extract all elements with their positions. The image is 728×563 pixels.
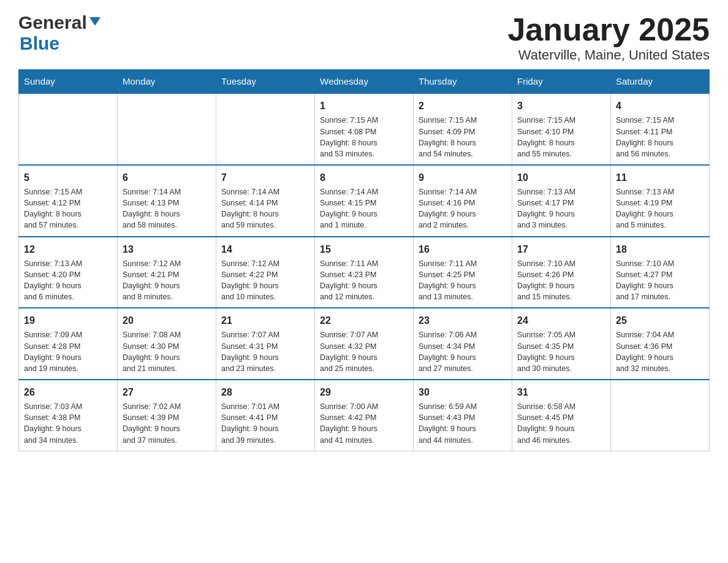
day-number: 28 <box>221 385 309 399</box>
day-number: 13 <box>123 242 211 256</box>
calendar-cell: 4Sunrise: 7:15 AMSunset: 4:11 PMDaylight… <box>611 93 710 165</box>
day-info: Sunrise: 7:09 AMSunset: 4:28 PMDaylight:… <box>24 329 112 374</box>
day-number: 16 <box>419 242 507 256</box>
day-number: 14 <box>221 242 309 256</box>
day-info: Sunrise: 7:05 AMSunset: 4:35 PMDaylight:… <box>517 329 605 374</box>
day-number: 3 <box>517 99 605 113</box>
logo-blue-text: Blue <box>20 33 59 53</box>
calendar-cell: 5Sunrise: 7:15 AMSunset: 4:12 PMDaylight… <box>19 165 118 237</box>
logo-general-text: General <box>18 12 87 33</box>
calendar-cell: 2Sunrise: 7:15 AMSunset: 4:09 PMDaylight… <box>414 93 512 165</box>
calendar-week-5: 26Sunrise: 7:03 AMSunset: 4:38 PMDayligh… <box>19 380 710 451</box>
day-header-friday: Friday <box>512 70 611 94</box>
calendar-week-2: 5Sunrise: 7:15 AMSunset: 4:12 PMDaylight… <box>19 165 710 237</box>
calendar-cell: 20Sunrise: 7:08 AMSunset: 4:30 PMDayligh… <box>118 308 216 380</box>
day-header-monday: Monday <box>118 70 216 94</box>
calendar-cell: 26Sunrise: 7:03 AMSunset: 4:38 PMDayligh… <box>19 380 118 451</box>
calendar-table: SundayMondayTuesdayWednesdayThursdayFrid… <box>18 69 710 451</box>
day-info: Sunrise: 7:12 AMSunset: 4:21 PMDaylight:… <box>123 258 211 303</box>
day-info: Sunrise: 7:01 AMSunset: 4:41 PMDaylight:… <box>221 401 309 446</box>
day-info: Sunrise: 7:10 AMSunset: 4:27 PMDaylight:… <box>616 258 704 303</box>
day-number: 2 <box>419 99 507 113</box>
day-info: Sunrise: 7:12 AMSunset: 4:22 PMDaylight:… <box>221 258 309 303</box>
day-info: Sunrise: 7:06 AMSunset: 4:34 PMDaylight:… <box>419 329 507 374</box>
day-number: 21 <box>221 313 309 327</box>
calendar-cell: 27Sunrise: 7:02 AMSunset: 4:39 PMDayligh… <box>118 380 216 451</box>
day-info: Sunrise: 7:03 AMSunset: 4:38 PMDaylight:… <box>24 401 112 446</box>
day-number: 24 <box>517 313 605 327</box>
calendar-cell: 12Sunrise: 7:13 AMSunset: 4:20 PMDayligh… <box>19 237 118 308</box>
day-number: 30 <box>419 385 507 399</box>
calendar-cell: 25Sunrise: 7:04 AMSunset: 4:36 PMDayligh… <box>611 308 710 380</box>
day-info: Sunrise: 7:07 AMSunset: 4:32 PMDaylight:… <box>320 329 408 374</box>
day-info: Sunrise: 7:13 AMSunset: 4:20 PMDaylight:… <box>24 258 112 303</box>
day-number: 7 <box>221 170 309 185</box>
calendar-cell: 28Sunrise: 7:01 AMSunset: 4:41 PMDayligh… <box>216 380 315 451</box>
day-info: Sunrise: 7:15 AMSunset: 4:10 PMDaylight:… <box>517 115 605 159</box>
calendar-cell: 17Sunrise: 7:10 AMSunset: 4:26 PMDayligh… <box>512 237 611 308</box>
day-info: Sunrise: 7:15 AMSunset: 4:09 PMDaylight:… <box>419 115 507 159</box>
day-number: 8 <box>320 170 408 185</box>
day-header-thursday: Thursday <box>414 70 512 94</box>
day-info: Sunrise: 7:14 AMSunset: 4:13 PMDaylight:… <box>123 186 211 231</box>
calendar-week-4: 19Sunrise: 7:09 AMSunset: 4:28 PMDayligh… <box>19 308 710 380</box>
day-number: 29 <box>320 385 408 399</box>
calendar-cell <box>118 93 216 165</box>
day-number: 19 <box>24 313 112 327</box>
calendar-cell: 19Sunrise: 7:09 AMSunset: 4:28 PMDayligh… <box>19 308 118 380</box>
day-info: Sunrise: 6:59 AMSunset: 4:43 PMDaylight:… <box>419 401 507 446</box>
calendar-cell: 29Sunrise: 7:00 AMSunset: 4:42 PMDayligh… <box>315 380 414 451</box>
calendar-cell <box>216 93 315 165</box>
page-subtitle: Waterville, Maine, United States <box>507 47 710 63</box>
calendar-cell: 1Sunrise: 7:15 AMSunset: 4:08 PMDaylight… <box>315 93 414 165</box>
day-info: Sunrise: 7:04 AMSunset: 4:36 PMDaylight:… <box>616 329 704 374</box>
calendar-cell: 13Sunrise: 7:12 AMSunset: 4:21 PMDayligh… <box>118 237 216 308</box>
calendar-cell: 10Sunrise: 7:13 AMSunset: 4:17 PMDayligh… <box>512 165 611 237</box>
day-info: Sunrise: 7:02 AMSunset: 4:39 PMDaylight:… <box>123 401 211 446</box>
calendar-cell: 30Sunrise: 6:59 AMSunset: 4:43 PMDayligh… <box>414 380 512 451</box>
calendar-cell <box>19 93 118 165</box>
day-number: 10 <box>517 170 605 185</box>
day-number: 4 <box>616 99 704 113</box>
day-info: Sunrise: 7:07 AMSunset: 4:31 PMDaylight:… <box>221 329 309 374</box>
logo: General Blue <box>18 12 100 54</box>
day-number: 31 <box>517 385 605 399</box>
day-info: Sunrise: 7:15 AMSunset: 4:12 PMDaylight:… <box>24 186 112 231</box>
calendar-cell <box>611 380 710 451</box>
day-header-tuesday: Tuesday <box>216 70 315 94</box>
page-header: General Blue January 2025 Waterville, Ma… <box>18 12 710 63</box>
day-info: Sunrise: 7:10 AMSunset: 4:26 PMDaylight:… <box>517 258 605 303</box>
day-info: Sunrise: 7:00 AMSunset: 4:42 PMDaylight:… <box>320 401 408 446</box>
day-info: Sunrise: 7:14 AMSunset: 4:16 PMDaylight:… <box>419 186 507 231</box>
day-info: Sunrise: 7:14 AMSunset: 4:15 PMDaylight:… <box>320 186 408 231</box>
day-info: Sunrise: 7:11 AMSunset: 4:23 PMDaylight:… <box>320 258 408 303</box>
calendar-cell: 6Sunrise: 7:14 AMSunset: 4:13 PMDaylight… <box>118 165 216 237</box>
day-info: Sunrise: 7:15 AMSunset: 4:08 PMDaylight:… <box>320 115 408 159</box>
day-number: 5 <box>24 170 112 185</box>
calendar-cell: 24Sunrise: 7:05 AMSunset: 4:35 PMDayligh… <box>512 308 611 380</box>
day-number: 25 <box>616 313 704 327</box>
calendar-week-1: 1Sunrise: 7:15 AMSunset: 4:08 PMDaylight… <box>19 93 710 165</box>
day-number: 17 <box>517 242 605 256</box>
calendar-cell: 14Sunrise: 7:12 AMSunset: 4:22 PMDayligh… <box>216 237 315 308</box>
calendar-cell: 15Sunrise: 7:11 AMSunset: 4:23 PMDayligh… <box>315 237 414 308</box>
calendar-week-3: 12Sunrise: 7:13 AMSunset: 4:20 PMDayligh… <box>19 237 710 308</box>
day-info: Sunrise: 7:13 AMSunset: 4:17 PMDaylight:… <box>517 186 605 231</box>
day-number: 22 <box>320 313 408 327</box>
day-info: Sunrise: 7:13 AMSunset: 4:19 PMDaylight:… <box>616 186 704 231</box>
calendar-cell: 31Sunrise: 6:58 AMSunset: 4:45 PMDayligh… <box>512 380 611 451</box>
calendar-cell: 23Sunrise: 7:06 AMSunset: 4:34 PMDayligh… <box>414 308 512 380</box>
calendar-cell: 16Sunrise: 7:11 AMSunset: 4:25 PMDayligh… <box>414 237 512 308</box>
title-block: January 2025 Waterville, Maine, United S… <box>507 12 710 63</box>
day-number: 26 <box>24 385 112 399</box>
logo-arrow-icon <box>89 17 100 31</box>
day-info: Sunrise: 7:08 AMSunset: 4:30 PMDaylight:… <box>123 329 211 374</box>
day-number: 23 <box>419 313 507 327</box>
day-number: 1 <box>320 99 408 113</box>
day-info: Sunrise: 6:58 AMSunset: 4:45 PMDaylight:… <box>517 401 605 446</box>
page-title: January 2025 <box>507 12 710 47</box>
day-info: Sunrise: 7:15 AMSunset: 4:11 PMDaylight:… <box>616 115 704 159</box>
day-info: Sunrise: 7:14 AMSunset: 4:14 PMDaylight:… <box>221 186 309 231</box>
day-number: 18 <box>616 242 704 256</box>
calendar-body: 1Sunrise: 7:15 AMSunset: 4:08 PMDaylight… <box>19 93 710 451</box>
